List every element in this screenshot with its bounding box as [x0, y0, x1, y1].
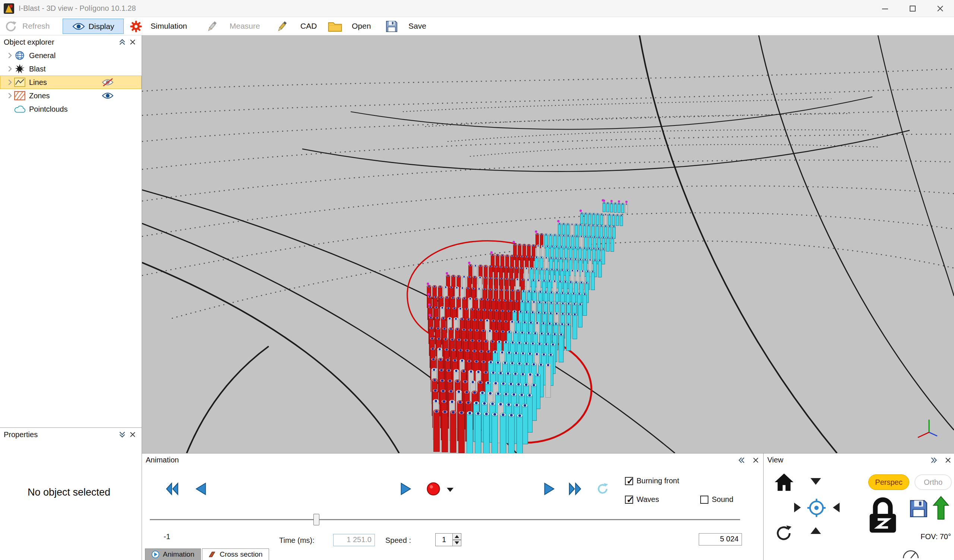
collapse-up-icon[interactable]	[117, 37, 128, 47]
center-target-icon[interactable]	[807, 498, 826, 518]
tree-item-label: Blast	[29, 65, 45, 73]
measure-button[interactable]: Measure	[229, 22, 260, 31]
burning-front-checkbox[interactable]: Burning front	[625, 477, 680, 485]
tree-item-label: General	[29, 51, 56, 60]
expand-chevron-icon[interactable]	[5, 64, 14, 73]
cad-button[interactable]: CAD	[300, 22, 317, 31]
close-panel-icon[interactable]	[943, 455, 953, 465]
rewind-button[interactable]	[162, 479, 182, 499]
measure-pencil-icon[interactable]	[206, 20, 218, 33]
pan-up-icon[interactable]	[811, 527, 821, 534]
open-button[interactable]: Open	[352, 22, 371, 31]
total-time-field[interactable]: 5 024	[699, 533, 742, 546]
close-panel-icon[interactable]	[128, 430, 138, 439]
timeline-min-label: -1	[164, 532, 170, 541]
play-button[interactable]	[396, 479, 416, 499]
timeline-track[interactable]	[150, 519, 740, 520]
maximize-button[interactable]	[899, 0, 926, 17]
expand-chevron-icon[interactable]	[5, 91, 14, 100]
visibility-off-icon[interactable]	[101, 78, 114, 87]
loop-button[interactable]	[592, 479, 613, 499]
waves-checkbox[interactable]: Waves	[625, 495, 659, 504]
globe-icon	[14, 51, 25, 60]
save-button[interactable]: Save	[408, 22, 426, 31]
tree-item-label: Pointclouds	[29, 105, 67, 114]
app-icon	[4, 3, 14, 14]
step-forward-button[interactable]	[539, 479, 560, 499]
raise-view-icon[interactable]	[933, 495, 949, 521]
tab-cross-section[interactable]: Cross section	[202, 548, 269, 560]
tab-animation[interactable]: Animation	[145, 548, 201, 560]
speed-label: Speed :	[385, 536, 411, 545]
fast-forward-button[interactable]	[565, 479, 585, 499]
home-view-icon[interactable]	[773, 472, 795, 492]
refresh-icon[interactable]	[5, 20, 17, 33]
timeline-slider-handle[interactable]	[313, 514, 320, 525]
properties-title: Properties	[4, 431, 37, 439]
collapse-left-icon[interactable]	[736, 455, 747, 465]
close-panel-icon[interactable]	[751, 455, 761, 465]
tab-label: Cross section	[220, 550, 263, 558]
sound-checkbox[interactable]: Sound	[700, 495, 733, 504]
viewport-3d[interactable]	[142, 35, 954, 453]
burning-front-label: Burning front	[636, 477, 680, 485]
play-circle-icon	[151, 550, 159, 558]
tree-item-label: Lines	[29, 78, 47, 87]
speed-down-icon[interactable]	[452, 540, 461, 547]
speed-value[interactable]: 1	[435, 533, 452, 546]
time-label: Time (ms):	[279, 536, 315, 545]
fov-dial-icon[interactable]	[901, 544, 920, 560]
animation-title: Animation	[146, 456, 179, 464]
main-toolbar: Refresh Display Simulation Measure CAD O…	[0, 17, 954, 35]
tree-item-pointclouds[interactable]: Pointclouds	[0, 103, 142, 116]
refresh-button[interactable]: Refresh	[22, 22, 50, 31]
pointcloud-icon	[14, 104, 25, 114]
close-button[interactable]	[926, 0, 954, 17]
z-lock-icon[interactable]	[867, 496, 899, 535]
time-value-field[interactable]: 1 251.0	[333, 534, 375, 546]
tab-label: Animation	[163, 550, 195, 558]
bottom-tabs: Animation Cross section	[145, 548, 269, 560]
display-button[interactable]: Display	[62, 19, 124, 34]
display-label: Display	[89, 22, 114, 31]
rotate-view-icon[interactable]	[775, 524, 793, 542]
save-disk-icon[interactable]	[385, 20, 398, 33]
expand-chevron-icon[interactable]	[5, 78, 14, 87]
eye-icon	[72, 22, 85, 31]
no-object-selected-message: No object selected	[0, 487, 138, 498]
tree-item-blast[interactable]: Blast	[0, 62, 142, 76]
waves-label: Waves	[636, 495, 659, 504]
save-view-icon[interactable]	[909, 499, 928, 518]
tree-item-general[interactable]: General	[0, 49, 142, 62]
collapse-right-icon[interactable]	[929, 455, 939, 465]
blast-icon	[14, 64, 25, 74]
view-title: View	[767, 456, 783, 464]
simulation-button[interactable]: Simulation	[151, 22, 187, 31]
ortho-button[interactable]: Ortho	[915, 474, 952, 490]
tree-item-zones[interactable]: Zones	[0, 89, 142, 103]
tree-item-lines[interactable]: Lines	[0, 76, 142, 89]
title-bar: I-Blast - 3D view - Polígono 10.1.28	[0, 0, 954, 17]
perspective-button[interactable]: Perspec	[868, 474, 909, 490]
pan-right-icon[interactable]	[794, 502, 801, 512]
visibility-on-icon[interactable]	[101, 91, 114, 100]
open-folder-icon[interactable]	[328, 20, 342, 33]
expand-chevron-icon[interactable]	[5, 51, 14, 60]
close-panel-icon[interactable]	[128, 37, 138, 47]
pan-left-icon[interactable]	[833, 502, 840, 512]
object-explorer-title: Object explorer	[4, 38, 55, 47]
speed-up-icon[interactable]	[452, 533, 461, 540]
pan-down-icon[interactable]	[811, 478, 821, 485]
record-button[interactable]	[422, 479, 444, 499]
animation-panel: Animation Burning front Waves Sound -1 T…	[142, 453, 763, 560]
step-back-button[interactable]	[191, 479, 211, 499]
gear-icon[interactable]	[130, 20, 142, 33]
minimize-button[interactable]	[871, 0, 899, 17]
collapse-down-icon[interactable]	[117, 430, 128, 439]
cross-section-icon	[208, 550, 217, 558]
cad-pencil-icon[interactable]	[276, 20, 288, 33]
speed-stepper[interactable]: 1	[435, 533, 461, 546]
properties-panel: Properties No object selected	[0, 428, 142, 560]
lines-icon	[14, 78, 25, 87]
record-options-dropdown-icon[interactable]	[447, 488, 454, 492]
